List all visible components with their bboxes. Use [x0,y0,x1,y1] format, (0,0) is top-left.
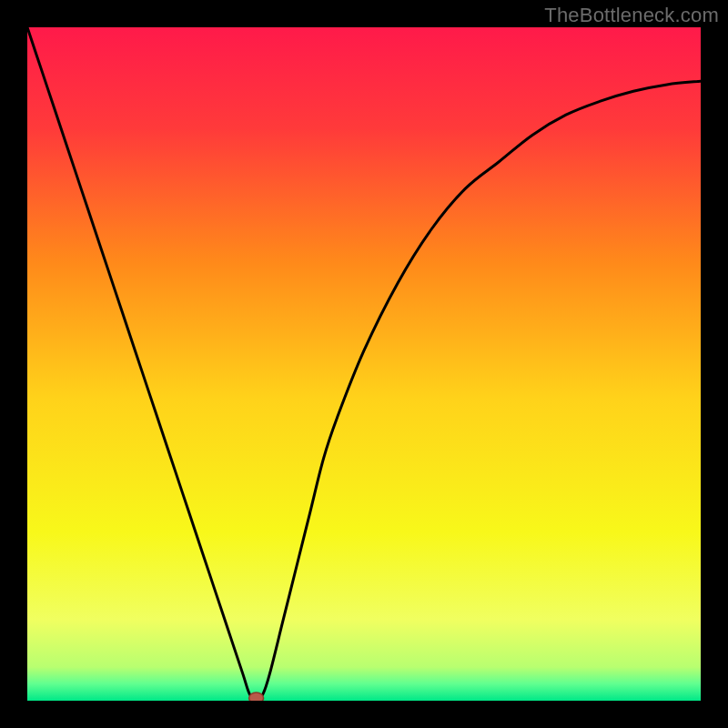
minimum-marker [249,693,264,701]
chart-container: TheBottleneck.com [0,0,728,728]
watermark-text: TheBottleneck.com [544,4,719,27]
chart-svg [27,27,701,701]
gradient-background [27,27,701,701]
plot-area [27,27,701,701]
